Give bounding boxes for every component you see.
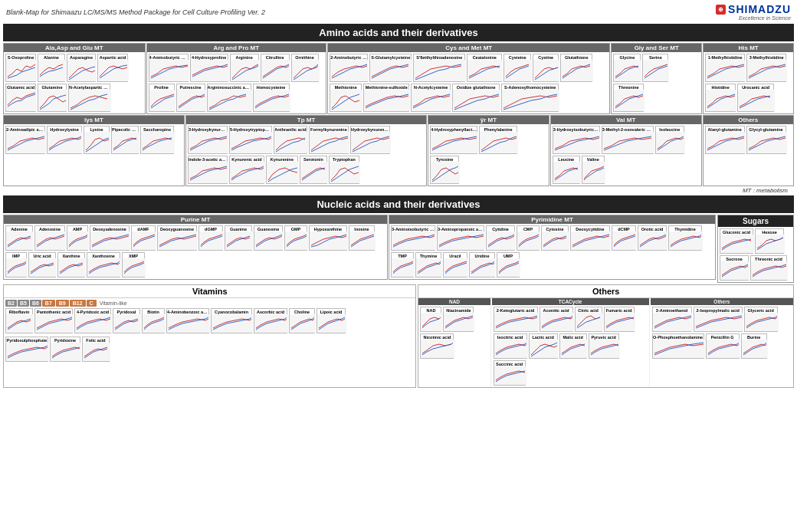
compound-oxidize-glutathione: Oxidize glutathione — [452, 84, 500, 112]
compound-1-methylhistidine: 1-Methylhistidine — [705, 54, 745, 82]
compound-3-aminoethanol: 3-Aminoethanol — [652, 307, 692, 332]
compound-alanine: Alanine — [38, 54, 65, 82]
compound-riboflavin: Riboflavin — [5, 308, 33, 333]
compound-kynurenine: Kynurenine — [266, 156, 298, 184]
mt-label: MT : metabolism — [3, 187, 794, 194]
compound-cysteine: Cysteine — [503, 54, 531, 82]
compound-aspartic-acid: Aspartic acid — [97, 54, 128, 82]
compound-isocitric: Isocitric acid — [494, 333, 527, 359]
compound-nad: NAD — [420, 307, 441, 332]
vitamin-tab-like[interactable]: Vitamin-like — [97, 300, 130, 307]
logo-icon: ⊕ — [716, 5, 726, 15]
compound-burine: Burine — [741, 333, 767, 359]
compound-succinic: Succinic acid — [494, 360, 526, 386]
tyr-group: ÿr MT 4-Hydroxyphenyllactic acid Phenyla… — [428, 115, 549, 186]
compound-thymine: Thymine — [415, 252, 441, 277]
compound-4-hydroxyphenyl: 4-Hydroxyphenyllactic acid — [430, 126, 477, 154]
compound-amp: AMP — [67, 225, 88, 251]
his-label: His MT — [704, 44, 793, 52]
amino-section-header: Amino acids and their derivatives — [3, 24, 794, 41]
compound-lipoic-acid: Lipoic acid — [317, 308, 346, 333]
compound-hydroxylysine: Hydroxylysine — [47, 126, 82, 154]
compound-saccharopine: Saccharopine — [140, 126, 174, 154]
his-group: His MT 1-Methylhistidine 3-Methylhistidi… — [703, 43, 794, 114]
vitamin-tab-b12[interactable]: B12 — [70, 300, 86, 307]
compound-nicotinic-acid: Nicotinic acid — [420, 333, 454, 359]
compound-aconitic: Aconitic acid — [540, 307, 573, 332]
compound-xanthine: Xanthine — [57, 252, 85, 277]
compound-citric: Citric acid — [575, 307, 602, 332]
arg-pro-label: Arg and Pro MT — [147, 44, 326, 52]
compound-hexose: Hexose — [755, 228, 784, 254]
compound-dcmp: dCMP — [612, 225, 636, 251]
compound-deoxyadenosine: Deoxyadenosine — [90, 225, 130, 251]
vitamin-tab-c[interactable]: C — [87, 300, 97, 307]
compound-2-isopropyl: 2-Isopropylmalic acid — [694, 307, 743, 332]
vitamin-tab-b5[interactable]: B5 — [18, 300, 29, 307]
compound-phenylalanine: Phenylalanine — [479, 126, 517, 154]
compound-malic: Malic acid — [559, 333, 587, 359]
compound-imp: IMP — [5, 252, 27, 277]
compound-glycyl-glutamine: Glycyl-glutamine — [746, 126, 786, 154]
compound-gmp: GMP — [284, 225, 307, 251]
compound-2-aminobutyric: 2-Aminobutyric acid — [330, 54, 368, 82]
compound-glutamine: Glutamine — [38, 84, 67, 112]
compound-sethylthioadenosine: S'8etthylthioadenosine — [413, 54, 465, 82]
compound-serotonin: Serotonin — [300, 156, 327, 184]
compound-tmp: TMP — [391, 252, 414, 277]
others-panel: Others NAD NAD Niacinamide Nicotinic aci… — [418, 284, 794, 388]
gly-ser-label: Gly and Ser MT — [612, 44, 701, 52]
compound-pyridoxulphosphate: Pyridoxulphosphate — [5, 337, 48, 362]
page-subtitle: Blank-Map for Shimaazu LC/MS/MS Method P… — [6, 8, 265, 16]
nad-sub: NAD NAD Niacinamide Nicotinic acid — [418, 298, 490, 387]
compound-penicillin-g: Penicillin G — [706, 333, 740, 359]
logo-area: ⊕ SHIMADZU Excellence in Science — [716, 3, 791, 21]
compound-cyanocobalamin: Cyanocobalamin — [211, 308, 252, 333]
compound-s-glutamylcysteine: S-Glutamylcysteine — [369, 54, 412, 82]
compound-hydroxykynurenine: Hydroxykynurenine — [350, 126, 390, 154]
compound-2-aminoadipic: 2-Aminoadipic acid — [5, 126, 45, 154]
compound-serine: Serine — [642, 54, 668, 82]
others-header: Others — [418, 285, 793, 298]
compound-uracil: Uracil — [443, 252, 467, 277]
val-label: Val MT — [551, 116, 701, 124]
compound-3-hydroxyisobutyric: 3-Hydroxyisobutyric acid — [553, 126, 600, 154]
gly-ser-group: Gly and Ser MT Glycine Serine Threonine — [611, 43, 702, 114]
compound-pantothenic: Pantothenic acid — [34, 308, 73, 333]
compound-glycine: Glycine — [613, 54, 641, 82]
purine-group: Purine MT Adenine Adenosine AMP Deoxyade… — [3, 215, 388, 280]
compound-lysine: Lysine — [84, 126, 110, 154]
compound-3-aminoisobutyric: 3-Aminoisobutyric acid — [391, 225, 435, 251]
nad-label: NAD — [418, 298, 490, 305]
ala-asp-glu-label: Ala,Asp and Glu MT — [4, 44, 145, 52]
compound-deoxyguanosine: Deoxyguanosine — [157, 225, 197, 251]
compound-glutathione: Glutathione — [560, 54, 592, 82]
tyr-label: ÿr MT — [428, 116, 549, 124]
vitamin-tab-b2[interactable]: B2 — [5, 300, 17, 307]
compound-formylkynurenine: Formylkynurenine — [309, 126, 349, 154]
compound-methionine-sulfoxide: Methionine-sulfoxide — [363, 84, 409, 112]
compound-alanyl-glutamine: Alanyl-glutamine — [705, 126, 745, 154]
compound-tryptophan: Tryptophan — [329, 156, 359, 184]
bottom-others-sub: Others 3-Aminoethanol 2-Isopropylmalic a… — [651, 298, 793, 387]
compound-niacinamide: Niacinamide — [443, 307, 474, 332]
lys-label: lys MT — [4, 116, 184, 124]
trp-group: Tp MT 3-Hydroxykynurenic acid 5-Hydroxyt… — [185, 115, 427, 186]
compound-anthranilic: Anthranilic acid — [274, 126, 307, 154]
tca-label: TCACycle — [492, 298, 649, 305]
vitamins-header: Vitamins — [4, 285, 415, 298]
compound-s-oxoproline: S-Oxoproline — [5, 54, 36, 82]
compound-urocanic-acid: Urocanic acid — [737, 84, 774, 112]
vitamin-tab-b6[interactable]: B6 — [30, 300, 41, 307]
logo-brand: SHIMADZU — [728, 3, 791, 15]
ala-asp-glu-group: Ala,Asp and Glu MT S-Oxoproline Alanine … — [3, 43, 146, 114]
vitamin-tab-b9[interactable]: B9 — [56, 300, 69, 307]
compound-n-acetylcysteine: N-Acetylcysteine — [411, 84, 451, 112]
vitamin-tab-b7[interactable]: B7 — [42, 300, 55, 307]
compound-2-ketoglutaric: 2-Ketoglutaric acid — [494, 307, 538, 332]
amino-others-group: Others Alanyl-glutamine Glycyl-glutamine — [703, 115, 794, 186]
compound-guanosine: Guanosine — [254, 225, 283, 251]
compound-s-adenosylhomocysteine: S-Adenosylhomocysteine — [501, 84, 559, 112]
compound-valine: Valine — [582, 156, 605, 184]
compound-3-hydroxy-kynurenic: 3-Hydroxykynurenic acid — [188, 126, 228, 154]
